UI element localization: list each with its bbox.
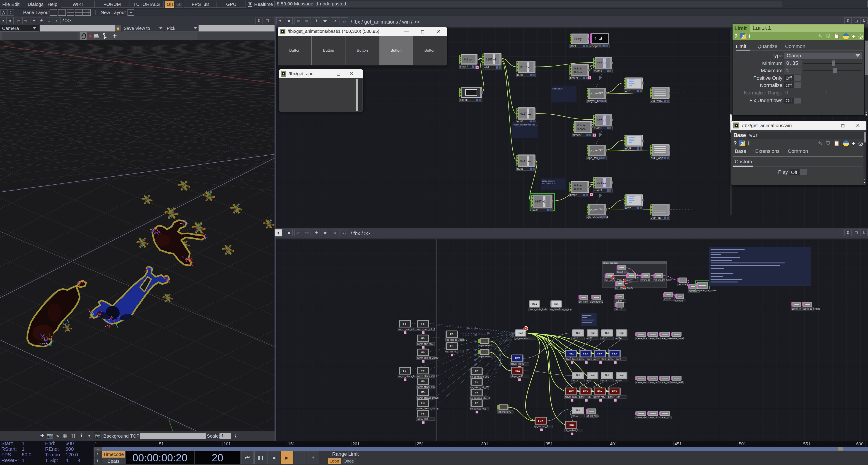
svg-text:Bas: Bas <box>532 303 537 305</box>
svg-text:Nul: Nul <box>605 332 609 334</box>
svg-text:324 v1: 324 v1 <box>597 181 606 184</box>
svg-text:FB: FB <box>421 322 425 325</box>
svg-text:out3_opp1: out3_opp1 <box>651 156 664 160</box>
svg-text:FB: FB <box>421 337 425 340</box>
svg-text:player_spin_002: player_spin_002 <box>416 343 433 345</box>
svg-text:FBX: FBX <box>612 352 617 355</box>
svg-text:151: 151 <box>288 441 295 446</box>
svg-text:player_blue1: player_blue1 <box>565 358 578 360</box>
svg-text:Nul: Nul <box>605 374 609 377</box>
svg-text:T Sig:: T Sig: <box>45 458 58 463</box>
svg-text:551: 551 <box>803 441 810 446</box>
svg-text:scene_blue3: scene_blue3 <box>659 337 672 340</box>
svg-text:Nul: Nul <box>591 374 595 377</box>
svg-text:delay qb sack: delay qb sack <box>542 180 555 182</box>
svg-text:out4_qb: out4_qb <box>651 216 661 219</box>
svg-text:slider1: slider1 <box>460 98 469 101</box>
svg-text:null10: null10 <box>572 414 578 417</box>
svg-text:player_blue4: player_blue4 <box>608 358 621 360</box>
svg-text:600: 600 <box>856 441 864 446</box>
svg-text:player_180_to_3point: player_180_to_3point <box>416 357 438 359</box>
svg-text:367 v1: 367 v1 <box>597 119 606 122</box>
svg-text:✕: ✕ <box>525 327 527 330</box>
svg-text:1: 1 <box>95 441 97 446</box>
svg-text:0 time: 0 time <box>464 58 472 61</box>
svg-text:0 time: 0 time <box>574 184 582 187</box>
svg-text:get_scene1: get_scene1 <box>678 283 690 286</box>
svg-text:qb_sacked_3: qb_sacked_3 <box>534 425 548 428</box>
svg-text:1: 1 <box>22 458 25 463</box>
svg-text:player_red3: player_red3 <box>593 396 606 398</box>
svg-text:player_red1: player_red1 <box>565 396 577 398</box>
svg-text:FBX: FBX <box>597 352 602 355</box>
svg-text:importselect1: importselect1 <box>479 344 492 347</box>
svg-text:player_blue2: player_blue2 <box>579 358 592 360</box>
svg-text:out_win1: out_win1 <box>651 99 662 102</box>
svg-text:qb_sacked_2: qb_sacked_2 <box>565 429 579 432</box>
svg-text:9157 v1: 9157 v1 <box>520 65 531 69</box>
svg-text:first frame is 10: first frame is 10 <box>542 183 556 185</box>
svg-text:451: 451 <box>675 441 682 446</box>
svg-text:og_transform_in_sop: og_transform_in_sop <box>550 308 571 311</box>
svg-text:501: 501 <box>739 441 746 446</box>
svg-text:timer2: timer2 <box>573 133 582 136</box>
svg-text:FBX: FBX <box>612 390 617 393</box>
svg-text:null1: null1 <box>517 73 523 76</box>
svg-text:qb_passing_idle_001: qb_passing_idle_001 <box>470 397 492 399</box>
svg-text:301: 301 <box>481 441 488 446</box>
svg-text:player_red4: player_red4 <box>608 396 620 398</box>
svg-text:FB: FB <box>421 402 425 404</box>
svg-text:scene_blue2: scene_blue2 <box>648 337 660 340</box>
svg-text:get_scene_chop: get_scene_chop <box>605 279 622 281</box>
svg-text:351: 351 <box>546 441 553 446</box>
svg-text:FBX: FBX <box>583 390 588 393</box>
svg-text:Bas: Bas <box>554 303 558 305</box>
svg-text:null19: null19 <box>615 379 622 382</box>
svg-text:Nul: Nul <box>620 374 624 377</box>
svg-text:FB: FB <box>450 345 454 347</box>
svg-text:info2: info2 <box>624 206 631 210</box>
svg-text:chopexec5: chopexec5 <box>590 44 604 48</box>
svg-text:merged1: merged1 <box>641 279 650 281</box>
svg-text:player_mats_texts: player_mats_texts <box>529 308 547 311</box>
svg-text:null4: null4 <box>483 66 489 69</box>
svg-text:FB: FB <box>475 370 478 373</box>
svg-text:insert1: insert1 <box>627 279 633 281</box>
svg-text:Nul: Nul <box>620 332 624 334</box>
svg-text:par1: par1 <box>570 44 576 48</box>
svg-text:scene_qb2: scene_qb2 <box>648 416 659 419</box>
svg-text:runner1: runner1 <box>675 300 683 302</box>
svg-text:qb_rakes_ball_001: qb_rakes_ball_001 <box>470 386 490 389</box>
svg-text:ResetF:: ResetF: <box>1 458 19 463</box>
svg-text:null12: null12 <box>586 337 593 340</box>
svg-text:51: 51 <box>159 441 164 446</box>
svg-text:tables_to_comps: tables_to_comps <box>803 308 820 310</box>
svg-text:1: 1 <box>22 441 25 446</box>
svg-text:FB: FB <box>450 333 454 336</box>
svg-text:scene_red4: scene_red4 <box>671 381 683 384</box>
svg-text:scene_red2: scene_red2 <box>648 381 660 384</box>
svg-text:FB: FB <box>475 402 478 405</box>
svg-text:Nul: Nul <box>576 409 580 412</box>
svg-text:render flag logic: render flag logic <box>603 262 618 264</box>
svg-text:FB: FB <box>475 380 478 383</box>
svg-text:0 time: 0 time <box>578 124 585 127</box>
svg-text:info1: info1 <box>624 90 631 93</box>
svg-text:player_breaks: player_breaks <box>587 99 606 103</box>
svg-text:player_spin_idle_2: player_spin_idle_2 <box>416 328 436 331</box>
svg-text:math2: math2 <box>594 126 602 130</box>
svg-text:null3: null3 <box>517 167 523 170</box>
svg-text:FB: FB <box>403 369 407 372</box>
svg-text:math11: math11 <box>615 300 622 302</box>
svg-text:playerref_set_tables: playerref_set_tables <box>696 289 717 292</box>
svg-text:set_render_active: set_render_active <box>654 279 672 281</box>
svg-text:Nul: Nul <box>576 332 580 334</box>
svg-text:FBX: FBX <box>515 369 520 372</box>
svg-text:9157 v1: 9157 v1 <box>520 112 531 115</box>
svg-text:FBX: FBX <box>597 390 602 393</box>
svg-text:qb_3pointidle_001: qb_3pointidle_001 <box>470 375 489 378</box>
svg-text:RStart:: RStart: <box>1 446 17 452</box>
svg-text:opp_idle_to_3point_0: opp_idle_to_3point_0 <box>445 339 467 341</box>
svg-text:600: 600 <box>65 446 74 452</box>
svg-text:opp_fall_002: opp_fall_002 <box>445 350 459 353</box>
